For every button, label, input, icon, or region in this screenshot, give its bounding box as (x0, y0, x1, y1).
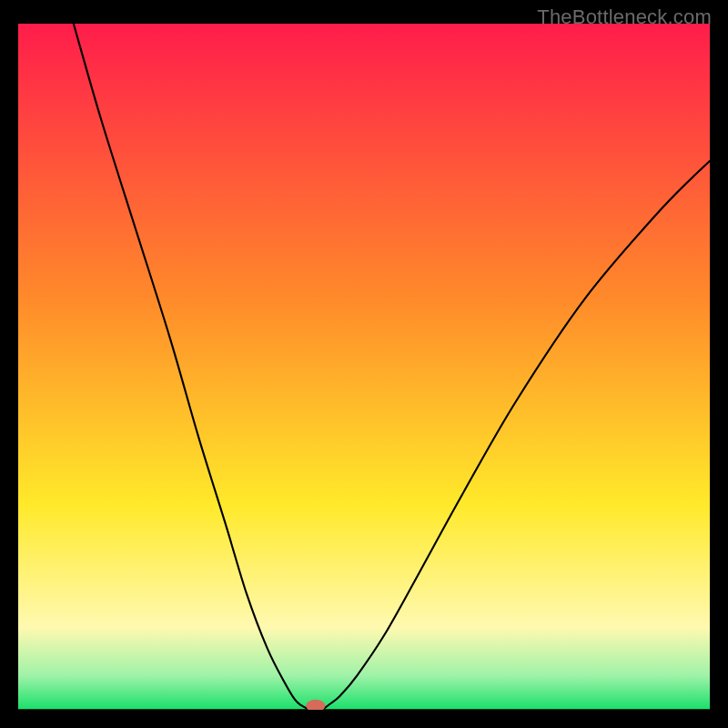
chart-stage: TheBottleneck.com (0, 0, 728, 728)
gradient-background (18, 24, 710, 710)
chart-svg (18, 24, 710, 710)
plot-area (18, 24, 710, 710)
